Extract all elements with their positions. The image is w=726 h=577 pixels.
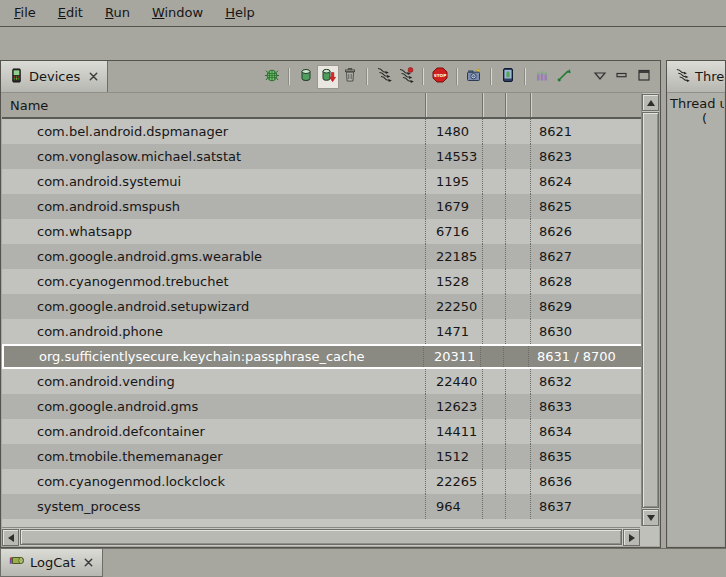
- arrow-right-icon: [629, 534, 635, 542]
- dump-hprof-button[interactable]: [317, 65, 339, 89]
- menu-run[interactable]: Run: [94, 2, 141, 24]
- update-threads-button[interactable]: [373, 65, 395, 89]
- close-icon[interactable]: [88, 71, 99, 82]
- device-row[interactable]: com.cyanogenmod.trebuchet15288628: [2, 269, 643, 294]
- cell-empty: [482, 119, 505, 144]
- device-row[interactable]: com.whatsapp67168626: [2, 219, 643, 244]
- scroll-right-button[interactable]: [623, 529, 640, 546]
- device-row[interactable]: com.android.smspush16798625: [2, 194, 643, 219]
- phone-icon: [9, 68, 24, 86]
- cell-process-name: com.android.defcontainer: [2, 419, 425, 444]
- minimize-button[interactable]: [611, 65, 633, 89]
- cell-process-name: system_process: [2, 494, 425, 519]
- scroll-left-button[interactable]: [2, 529, 19, 546]
- heap-updates-button[interactable]: [531, 65, 553, 89]
- heap-icon: [298, 67, 314, 86]
- devices-tabbar: Devices: [1, 61, 660, 93]
- vertical-scrollbar[interactable]: [641, 94, 659, 526]
- cell-pid: 12623: [425, 394, 482, 419]
- menu-window[interactable]: Window: [141, 2, 214, 24]
- maximize-button[interactable]: [633, 65, 655, 89]
- cell-process-name: com.bel.android.dspmanager: [2, 119, 425, 144]
- arrow-down-icon: [647, 515, 655, 521]
- horizontal-scroll-thumb[interactable]: [20, 529, 622, 545]
- cell-process-name: com.android.phone: [2, 319, 425, 344]
- column-header-pid[interactable]: [425, 93, 482, 117]
- column-header-3[interactable]: [482, 93, 505, 117]
- cell-port: 8626: [530, 219, 643, 244]
- cell-empty: [482, 444, 505, 469]
- cell-empty: [505, 419, 530, 444]
- cell-pid: 22250: [425, 294, 482, 319]
- menu-help[interactable]: Help: [214, 2, 266, 24]
- tab-logcat[interactable]: LogCat: [0, 549, 103, 577]
- network-arrow-icon: [556, 67, 572, 86]
- menu-file[interactable]: File: [3, 2, 47, 24]
- view-menu-button[interactable]: [589, 65, 611, 89]
- menu-edit[interactable]: Edit: [47, 2, 94, 24]
- device-row[interactable]: com.vonglasow.michael.satstat145538623: [2, 144, 643, 169]
- device-row[interactable]: system_process9648637: [2, 494, 643, 519]
- cell-port: 8637: [530, 494, 643, 519]
- heap-dump-icon: [320, 67, 336, 86]
- device-row-selected[interactable]: org.sufficientlysecure.keychain:passphra…: [2, 344, 643, 369]
- cell-pid: 1480: [425, 119, 482, 144]
- cell-pid: 964: [425, 494, 482, 519]
- cell-pid: 1471: [425, 319, 482, 344]
- device-row[interactable]: com.bel.android.dspmanager14808621: [2, 119, 643, 144]
- scroll-down-button[interactable]: [642, 509, 659, 526]
- cell-pid: 1195: [425, 169, 482, 194]
- cell-empty: [505, 269, 530, 294]
- cell-empty: [482, 394, 505, 419]
- update-heap-button[interactable]: [295, 65, 317, 89]
- debug-process-button[interactable]: [261, 65, 283, 89]
- device-row[interactable]: com.android.systemui11958624: [2, 169, 643, 194]
- device-row[interactable]: com.android.vending224408632: [2, 369, 643, 394]
- cell-port: 8630: [530, 319, 643, 344]
- tab-threads[interactable]: Threads: [667, 61, 725, 92]
- cell-process-name: com.android.systemui: [2, 169, 425, 194]
- tab-devices[interactable]: Devices: [1, 61, 108, 92]
- device-row[interactable]: com.google.android.gms.wearable221858627: [2, 244, 643, 269]
- toolbar-separator: [288, 68, 289, 85]
- stop-process-button[interactable]: STOP: [429, 65, 451, 89]
- toolbar-separator: [366, 68, 367, 85]
- column-header-4[interactable]: [505, 93, 530, 117]
- cell-pid: 1528: [425, 269, 482, 294]
- threads-icon: [675, 68, 690, 86]
- screen-capture-button[interactable]: [463, 65, 485, 89]
- horizontal-scrollbar[interactable]: [2, 527, 640, 546]
- device-row[interactable]: com.android.defcontainer144118634: [2, 419, 643, 444]
- cell-empty: [482, 419, 505, 444]
- cell-port: 8633: [530, 394, 643, 419]
- minimize-icon: [615, 69, 629, 84]
- cell-empty: [503, 346, 528, 367]
- device-row[interactable]: com.google.android.gms126238633: [2, 394, 643, 419]
- device-row[interactable]: com.cyanogenmod.lockclock222658636: [2, 469, 643, 494]
- cell-empty: [482, 194, 505, 219]
- process-list: com.bel.android.dspmanager14808621com.vo…: [2, 119, 643, 519]
- vertical-scroll-thumb[interactable]: [642, 112, 659, 508]
- menu-bar: FileEditRunWindowHelp: [0, 0, 726, 27]
- cause-gc-button[interactable]: [339, 65, 361, 89]
- device-row[interactable]: com.google.android.setupwizard222508629: [2, 294, 643, 319]
- device-row[interactable]: com.android.phone14718630: [2, 319, 643, 344]
- cell-port: 8623: [530, 144, 643, 169]
- toolbar-separator: [456, 68, 457, 85]
- toolbar-separator: [490, 68, 491, 85]
- column-header-port[interactable]: [530, 93, 643, 117]
- start-method-profiling-button[interactable]: [395, 65, 417, 89]
- capture-system-info-button[interactable]: [497, 65, 519, 89]
- threads-message: Thread up (: [668, 93, 724, 546]
- column-header-name[interactable]: Name: [2, 93, 425, 117]
- device-row[interactable]: com.tmobile.thememanager15128635: [2, 444, 643, 469]
- cell-empty: [482, 469, 505, 494]
- toolbar-strip: [0, 27, 726, 60]
- network-statistics-button[interactable]: [553, 65, 575, 89]
- maximize-icon: [637, 69, 651, 84]
- scrollbar-corner: [640, 527, 659, 546]
- cell-port: 8627: [530, 244, 643, 269]
- scroll-up-button[interactable]: [642, 94, 659, 111]
- cell-empty: [505, 244, 530, 269]
- close-icon[interactable]: [83, 557, 94, 568]
